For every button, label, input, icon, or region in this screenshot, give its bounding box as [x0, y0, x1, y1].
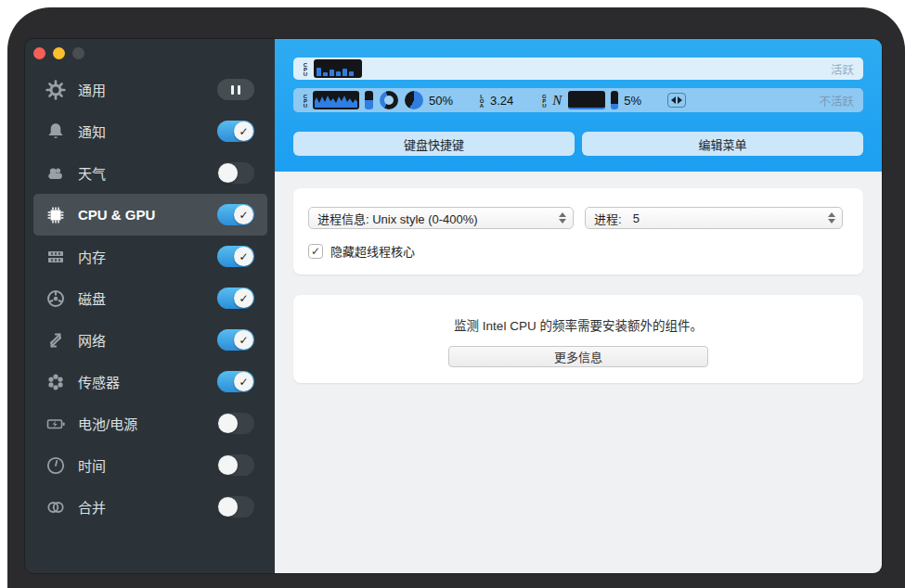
time-toggle[interactable]	[217, 454, 254, 476]
disk-toggle[interactable]: ✓	[217, 288, 254, 309]
page: 通用 通知 ✓	[0, 0, 905, 588]
disk-icon	[44, 288, 68, 310]
menubar-preview-inactive[interactable]: CPU 50% LOA 3.24	[293, 88, 863, 112]
sidebar-menu: 通用 通知 ✓	[25, 69, 275, 528]
hide-hyperthread-row: ✓ 隐藏超线程核心	[308, 242, 415, 260]
sidebar-item-network[interactable]: 网络 ✓	[25, 319, 275, 361]
combine-toggle[interactable]	[217, 496, 254, 518]
sidebar-item-memory[interactable]: 内存 ✓	[25, 236, 275, 277]
memory-icon	[44, 246, 68, 268]
cpu-vertical-label: CPU	[303, 62, 308, 76]
battery-icon	[44, 413, 68, 435]
cpu-vertical-label: CPU	[303, 94, 308, 108]
sensors-icon	[44, 371, 68, 393]
check-icon: ✓	[239, 209, 248, 222]
sidebar-item-time[interactable]: 时间	[25, 444, 275, 486]
sidebar-item-general[interactable]: 通用	[25, 69, 275, 110]
network-icon	[44, 329, 68, 352]
toggle-knob: ✓	[234, 372, 253, 391]
chip-icon	[44, 204, 68, 226]
toggle-knob	[218, 414, 238, 433]
edit-menu-button[interactable]: 编辑菜单	[582, 132, 863, 156]
check-icon: ✓	[239, 376, 248, 389]
device-frame: 通用 通知 ✓	[7, 7, 905, 588]
gear-icon	[44, 79, 68, 101]
process-info-selected-value: 进程信息: Unix style (0-400%)	[317, 210, 478, 227]
sidebar-item-label: 磁盘	[78, 288, 217, 308]
toggle-knob: ✓	[234, 288, 253, 308]
gpu-chip-letter: N	[552, 93, 562, 109]
chevron-updown-icon	[559, 212, 566, 224]
gpu-percent-value: 5%	[624, 94, 641, 108]
sidebar-item-label: 网络	[78, 330, 217, 350]
memory-toggle[interactable]: ✓	[217, 246, 254, 267]
status-inactive-label: 不活跃	[819, 92, 854, 109]
toggle-knob: ✓	[234, 247, 253, 266]
notice-message: 监测 Intel CPU 的频率需要安装额外的组件。	[293, 315, 863, 334]
toggle-knob: ✓	[234, 205, 253, 224]
sidebar: 通用 通知 ✓	[25, 39, 275, 573]
sidebar-item-weather[interactable]: 天气	[25, 152, 275, 194]
main-panel: CPU 活跃 CPU	[275, 39, 882, 573]
check-icon: ✓	[311, 245, 320, 258]
battery-toggle[interactable]	[217, 413, 254, 434]
cpu-pie-widget	[405, 91, 423, 109]
combine-icon	[44, 496, 68, 518]
network-toggle[interactable]: ✓	[217, 329, 254, 351]
toggle-knob: ✓	[234, 121, 253, 141]
status-active-label: 活跃	[831, 60, 854, 78]
sidebar-item-label: 内存	[78, 247, 217, 266]
cpu-gpu-toggle[interactable]: ✓	[217, 204, 254, 225]
check-icon: ✓	[239, 334, 248, 347]
toggle-knob	[218, 163, 238, 183]
load-vertical-label: LOA	[479, 94, 485, 108]
chevron-updown-icon	[828, 212, 835, 224]
toggle-knob	[218, 497, 238, 517]
more-info-button[interactable]: 更多信息	[448, 346, 708, 367]
sidebar-item-combine[interactable]: 合并	[25, 486, 275, 528]
hide-hyperthread-checkbox[interactable]: ✓	[308, 244, 323, 259]
sidebar-item-disk[interactable]: 磁盘 ✓	[25, 277, 275, 319]
sensors-toggle[interactable]: ✓	[217, 371, 254, 392]
process-count-select[interactable]: 进程: 5	[585, 207, 843, 229]
sidebar-item-notifications[interactable]: 通知 ✓	[25, 110, 275, 152]
settings-content: 进程信息: Unix style (0-400%) 进程: 5	[275, 172, 882, 573]
zoom-window-button[interactable]	[72, 47, 84, 59]
check-icon: ✓	[239, 125, 248, 138]
minimize-window-button[interactable]	[53, 47, 65, 59]
process-count-label: 进程:	[594, 210, 622, 227]
pause-icon	[231, 85, 234, 95]
check-icon: ✓	[239, 250, 248, 263]
weather-icon	[44, 162, 68, 185]
sidebar-item-battery[interactable]: 电池/电源	[25, 403, 275, 444]
close-window-button[interactable]	[33, 47, 45, 59]
sidebar-item-label: 电池/电源	[78, 414, 217, 433]
sidebar-item-label: 合并	[78, 497, 217, 517]
clock-icon	[44, 454, 68, 477]
gpu-capsule-widget	[611, 91, 618, 109]
sidebar-item-label: 通知	[78, 121, 217, 141]
weather-toggle[interactable]	[217, 162, 254, 184]
resize-arrows-icon	[667, 93, 686, 108]
pause-button[interactable]	[217, 79, 254, 100]
menubar-preview-active[interactable]: CPU 活跃	[293, 58, 863, 80]
keyboard-shortcuts-button[interactable]: 键盘快捷键	[293, 132, 575, 156]
cpu-percent-value: 50%	[429, 94, 453, 108]
menubar-preview-header: CPU 活跃 CPU	[275, 39, 882, 172]
sidebar-item-label: 通用	[78, 80, 217, 99]
app-window: 通用 通知 ✓	[25, 39, 882, 573]
cpu-donut-widget	[380, 91, 398, 109]
notifications-toggle[interactable]: ✓	[217, 121, 254, 142]
bell-icon	[44, 121, 68, 143]
sidebar-item-label: 天气	[78, 163, 217, 183]
check-icon: ✓	[239, 292, 248, 305]
cpu-capsule-widget	[365, 91, 373, 109]
sidebar-item-cpu-gpu[interactable]: CPU & GPU ✓	[33, 194, 267, 236]
sidebar-item-label: 时间	[78, 455, 217, 475]
toggle-knob: ✓	[234, 330, 253, 350]
gpu-graph-widget	[568, 91, 605, 109]
cpu-graph-widget	[313, 91, 359, 109]
window-controls	[33, 47, 84, 59]
sidebar-item-sensors[interactable]: 传感器 ✓	[25, 361, 275, 403]
process-info-select[interactable]: 进程信息: Unix style (0-400%)	[308, 207, 574, 229]
